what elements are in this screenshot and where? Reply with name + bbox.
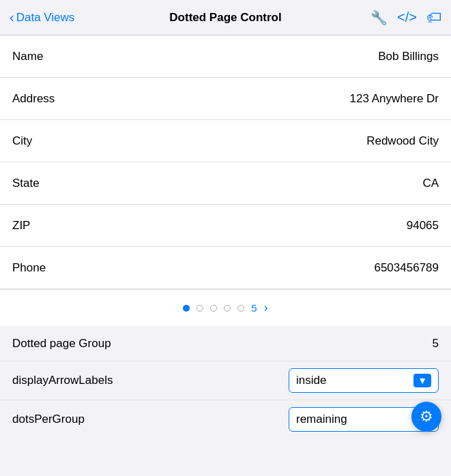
- address-label: Address: [12, 92, 55, 106]
- table-row: ZIP 94065: [0, 205, 451, 247]
- dot-5[interactable]: [237, 305, 244, 312]
- zip-value: 94065: [407, 219, 439, 233]
- state-label: State: [12, 177, 40, 190]
- group-row: Dotted page Group 5: [0, 326, 451, 361]
- table-row: City Redwood City: [0, 120, 451, 162]
- name-label: Name: [12, 50, 43, 63]
- app-header: ‹ Data Views Dotted Page Control 🔧 </> 🏷: [0, 0, 451, 35]
- table-row: Address 123 Anywhere Dr: [0, 78, 451, 120]
- chevron-down-icon: ▼: [413, 374, 431, 387]
- bottom-section: Dotted page Group 5 displayArrowLabels i…: [0, 326, 451, 438]
- table-row: State CA: [0, 162, 451, 205]
- bookmark-icon[interactable]: 🏷: [426, 9, 441, 27]
- page-title: Dotted Page Control: [169, 11, 281, 25]
- arrow-labels-row: displayArrowLabels inside ▼: [0, 361, 451, 400]
- zip-label: ZIP: [12, 219, 30, 233]
- next-arrow-icon[interactable]: ›: [264, 301, 268, 315]
- dot-2[interactable]: [197, 305, 203, 312]
- city-value: Redwood City: [366, 134, 439, 148]
- city-label: City: [12, 134, 32, 148]
- dot-4[interactable]: [224, 305, 231, 312]
- chevron-left-icon: ‹: [10, 10, 14, 25]
- arrow-labels-label: displayArrowLabels: [12, 374, 113, 387]
- header-actions: 🔧 </> 🏷: [370, 9, 441, 27]
- gear-icon: ⚙: [420, 408, 433, 426]
- back-label: Data Views: [16, 11, 75, 25]
- phone-value: 6503456789: [374, 261, 439, 275]
- group-label: Dotted page Group: [12, 337, 111, 351]
- phone-label: Phone: [12, 261, 46, 275]
- dots-per-group-row: dotsPerGroup remaining ⚙: [0, 400, 451, 438]
- dot-number: 5: [251, 302, 257, 314]
- state-value: CA: [422, 177, 439, 190]
- gear-button[interactable]: ⚙: [411, 402, 441, 432]
- arrow-labels-dropdown[interactable]: inside ▼: [289, 368, 439, 393]
- data-card: Name Bob Billings Address 123 Anywhere D…: [0, 35, 451, 326]
- back-button[interactable]: ‹ Data Views: [10, 10, 74, 25]
- code-icon[interactable]: </>: [397, 10, 417, 25]
- page-dots: 5 ›: [0, 289, 451, 326]
- dot-1[interactable]: [183, 305, 190, 312]
- table-row: Name Bob Billings: [0, 35, 451, 78]
- table-row: Phone 6503456789: [0, 247, 451, 289]
- dots-per-label: dotsPerGroup: [12, 413, 85, 426]
- group-value: 5: [433, 337, 439, 351]
- name-value: Bob Billings: [378, 50, 439, 63]
- wrench-icon[interactable]: 🔧: [370, 10, 388, 26]
- dot-3[interactable]: [210, 305, 217, 312]
- arrow-labels-value: inside: [296, 374, 326, 387]
- address-value: 123 Anywhere Dr: [350, 92, 439, 106]
